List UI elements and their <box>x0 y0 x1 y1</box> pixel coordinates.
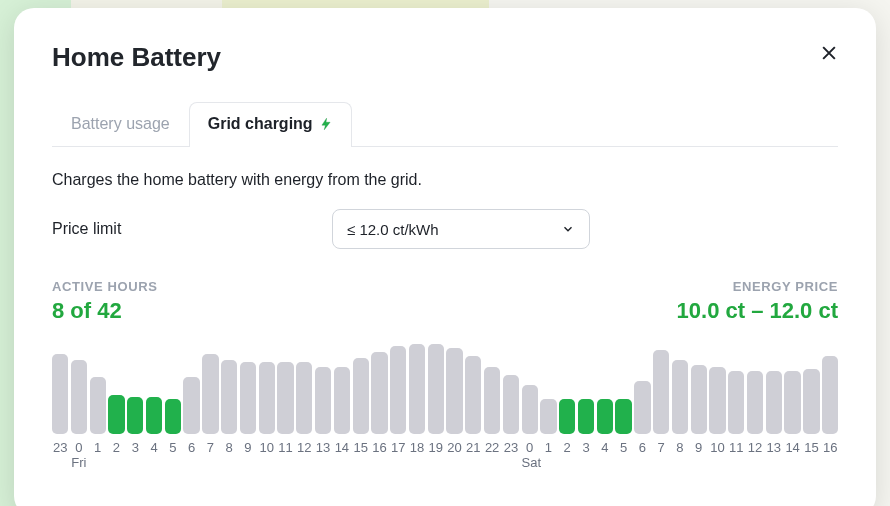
hour-label: 12 <box>296 440 312 455</box>
hour-label: 16 <box>822 440 838 455</box>
chart-bar <box>202 354 218 434</box>
day-label <box>296 455 312 470</box>
hour-label: 20 <box>446 440 462 455</box>
chart-bar <box>597 399 613 434</box>
price-limit-label: Price limit <box>52 220 292 238</box>
energy-price-value: 10.0 ct – 12.0 ct <box>677 298 838 324</box>
day-label <box>315 455 331 470</box>
modal-title: Home Battery <box>52 42 838 73</box>
day-label <box>672 455 688 470</box>
hour-label: 23 <box>503 440 519 455</box>
day-label <box>709 455 725 470</box>
day-label <box>52 455 68 470</box>
hour-label: 1 <box>90 440 106 455</box>
price-chart: 2301234567891011121314151617181920212223… <box>52 342 838 470</box>
chart-bar <box>221 360 237 434</box>
hour-label: 3 <box>127 440 143 455</box>
chart-bar <box>259 362 275 434</box>
chart-bar <box>578 399 594 434</box>
price-limit-select[interactable]: ≤ 12.0 ct/kWh <box>332 209 590 249</box>
day-label <box>784 455 800 470</box>
hour-label: 5 <box>165 440 181 455</box>
day-label <box>165 455 181 470</box>
chart-bar <box>634 381 650 434</box>
chart-bar <box>766 371 782 434</box>
day-label <box>465 455 481 470</box>
day-label <box>409 455 425 470</box>
day-label <box>803 455 819 470</box>
hour-label: 17 <box>390 440 406 455</box>
hour-label: 13 <box>766 440 782 455</box>
day-label <box>183 455 199 470</box>
day-label <box>822 455 838 470</box>
chart-bar <box>353 358 369 434</box>
chart-bar <box>691 365 707 435</box>
chart-bar <box>409 344 425 434</box>
chart-bar <box>540 399 556 434</box>
chart-bar <box>108 395 124 434</box>
hour-label: 10 <box>259 440 275 455</box>
hour-label: 16 <box>371 440 387 455</box>
hour-label: 14 <box>334 440 350 455</box>
day-label <box>353 455 369 470</box>
hour-label: 13 <box>315 440 331 455</box>
description-text: Charges the home battery with energy fro… <box>52 171 838 189</box>
chart-bar <box>315 367 331 434</box>
hour-label: 15 <box>803 440 819 455</box>
day-label <box>540 455 556 470</box>
tabs: Battery usage Grid charging <box>52 101 838 147</box>
chart-hour-labels: 2301234567891011121314151617181920212223… <box>52 440 838 455</box>
chevron-down-icon <box>561 222 575 236</box>
chart-bar <box>90 377 106 434</box>
chart-bar <box>672 360 688 434</box>
hour-label: 11 <box>277 440 293 455</box>
tab-battery-usage[interactable]: Battery usage <box>52 102 189 147</box>
day-label <box>503 455 519 470</box>
chart-bar <box>390 346 406 434</box>
hour-label: 8 <box>672 440 688 455</box>
day-label <box>615 455 631 470</box>
tab-grid-charging[interactable]: Grid charging <box>189 102 352 147</box>
chart-bar <box>371 352 387 434</box>
hour-label: 22 <box>484 440 500 455</box>
chart-bar <box>822 356 838 434</box>
chart-bar <box>615 399 631 434</box>
hour-label: 11 <box>728 440 744 455</box>
hour-label: 12 <box>747 440 763 455</box>
chart-bar <box>559 399 575 434</box>
chart-bars <box>52 342 838 434</box>
day-label <box>90 455 106 470</box>
hour-label: 9 <box>691 440 707 455</box>
chart-bar <box>52 354 68 434</box>
chart-bar <box>728 371 744 434</box>
day-label <box>428 455 444 470</box>
chart-bar <box>127 397 143 434</box>
chart-bar <box>503 375 519 434</box>
day-label <box>446 455 462 470</box>
hour-label: 3 <box>578 440 594 455</box>
day-label <box>146 455 162 470</box>
chart-bar <box>803 369 819 434</box>
hour-label: 0 <box>522 440 538 455</box>
day-label <box>728 455 744 470</box>
bolt-icon <box>319 115 333 133</box>
chart-bar <box>277 362 293 434</box>
chart-bar <box>240 362 256 434</box>
hour-label: 19 <box>428 440 444 455</box>
day-label <box>747 455 763 470</box>
day-label <box>578 455 594 470</box>
day-label <box>221 455 237 470</box>
chart-bar <box>784 371 800 434</box>
hour-label: 0 <box>71 440 87 455</box>
hour-label: 23 <box>52 440 68 455</box>
close-icon <box>819 43 839 63</box>
day-label <box>240 455 256 470</box>
hour-label: 9 <box>240 440 256 455</box>
close-button[interactable] <box>812 36 846 70</box>
day-label: Fri <box>71 455 87 470</box>
chart-bar <box>465 356 481 434</box>
price-limit-value: ≤ 12.0 ct/kWh <box>347 221 439 238</box>
tab-label: Grid charging <box>208 115 313 133</box>
home-battery-modal: Home Battery Battery usage Grid charging… <box>14 8 876 506</box>
chart-bar <box>428 344 444 434</box>
